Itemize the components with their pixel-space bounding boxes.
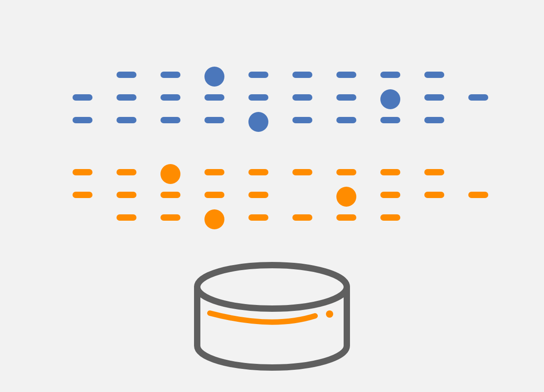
dash xyxy=(336,94,356,101)
dash xyxy=(424,169,444,175)
dash xyxy=(160,214,180,221)
dash xyxy=(117,117,136,123)
dash xyxy=(248,214,268,221)
dash xyxy=(424,72,444,78)
dash xyxy=(248,72,268,78)
dash xyxy=(204,94,224,101)
dash xyxy=(292,72,312,78)
dash xyxy=(160,117,180,123)
dash xyxy=(160,94,180,101)
dash xyxy=(73,94,92,101)
dash xyxy=(424,94,444,101)
dash xyxy=(204,169,224,175)
dash xyxy=(117,214,136,221)
dash xyxy=(292,214,312,221)
dash xyxy=(204,192,224,198)
dash xyxy=(336,214,356,221)
dash xyxy=(336,169,356,175)
dot xyxy=(248,112,268,132)
dot xyxy=(336,187,356,207)
dash xyxy=(292,94,312,101)
dash xyxy=(248,94,268,101)
dot xyxy=(380,89,400,109)
dash xyxy=(292,169,312,175)
dash xyxy=(424,192,444,198)
dash xyxy=(73,192,92,198)
dash xyxy=(248,169,268,175)
dash xyxy=(380,214,400,221)
dot xyxy=(204,209,224,229)
dash xyxy=(380,72,400,78)
dash xyxy=(160,192,180,198)
dash xyxy=(204,117,224,123)
dash xyxy=(380,169,400,175)
dash xyxy=(117,94,136,101)
dash xyxy=(336,72,356,78)
dash xyxy=(468,94,488,101)
dash xyxy=(380,117,400,123)
dash xyxy=(424,117,444,123)
dash xyxy=(73,169,92,175)
dash xyxy=(336,117,356,123)
device-indicator-dot xyxy=(326,310,333,318)
dash xyxy=(117,72,136,78)
dash xyxy=(117,192,136,198)
dash xyxy=(73,117,92,123)
dot xyxy=(204,67,224,87)
dash xyxy=(160,72,180,78)
dash xyxy=(117,169,136,175)
dash xyxy=(248,192,268,198)
dash xyxy=(292,117,312,123)
dash xyxy=(468,192,488,198)
diagram-root xyxy=(0,0,544,392)
dash xyxy=(380,192,400,198)
dot xyxy=(160,164,180,184)
